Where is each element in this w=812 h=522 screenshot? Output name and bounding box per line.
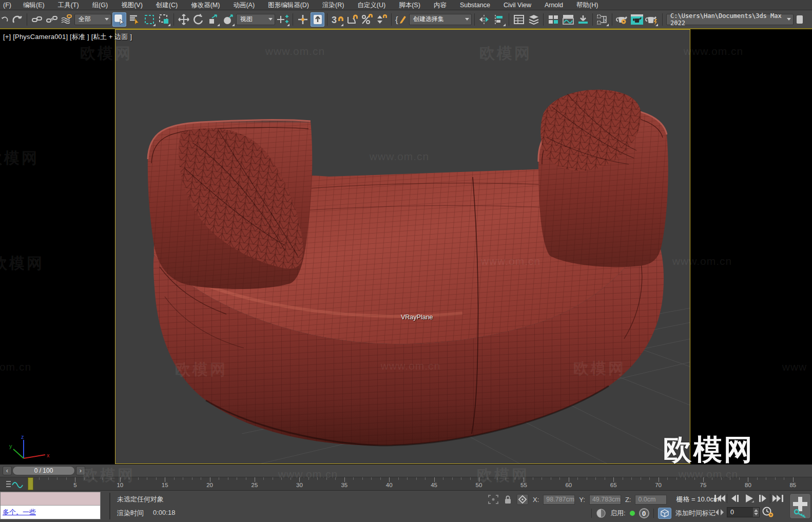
curve-editor-button[interactable]: [561, 12, 575, 27]
menu-item-2[interactable]: 工具(T): [51, 0, 86, 10]
select-and-place-button[interactable]: [221, 12, 235, 27]
previous-frame-arrow-button[interactable]: ‹: [3, 466, 12, 475]
previous-frame-button[interactable]: [728, 493, 742, 504]
current-frame-field[interactable]: 0: [727, 507, 760, 517]
reference-coordinate-dropdown[interactable]: 视图: [236, 14, 275, 25]
play-button[interactable]: [742, 493, 756, 504]
render-production-button[interactable]: [645, 12, 659, 27]
menu-item-5[interactable]: 创建(C): [149, 0, 184, 10]
select-object-button[interactable]: [112, 12, 126, 27]
y-coordinate-field[interactable]: 49.783cm: [589, 495, 621, 505]
percent-snap-toggle-button[interactable]: [360, 12, 374, 27]
maxscript-mini-listener[interactable]: 多个。一些: [0, 492, 101, 519]
timeline-ruler[interactable]: 0510152025303540455055606570758085: [0, 477, 812, 490]
mirror-button[interactable]: [477, 12, 491, 27]
keyboard-shortcut-override-toggle[interactable]: [311, 12, 324, 27]
menu-item-11[interactable]: 脚本(S): [392, 0, 427, 10]
rectangular-selection-region-button[interactable]: [142, 12, 156, 27]
time-configuration-button[interactable]: [762, 507, 774, 518]
project-folder-dropdown[interactable]: C:\Users\Han\Documents\3ds Max 2022: [666, 14, 794, 25]
ruler-tick: [317, 477, 318, 480]
ruler-tick: [398, 477, 399, 480]
select-by-name-button[interactable]: [127, 12, 141, 27]
toggle-scene-explorer-button[interactable]: [512, 12, 526, 27]
select-and-rotate-button[interactable]: [191, 12, 205, 27]
ruler-tick: [694, 477, 695, 480]
ruler-label-5: 5: [73, 482, 76, 488]
viewport-label[interactable]: [+] [PhysCamera001] [标准 ] [粘土 + 边面 ]: [3, 32, 132, 42]
current-frame-value: 0: [730, 509, 734, 516]
listener-output-pane[interactable]: 多个。一些: [1, 506, 100, 519]
ruler-tick: [757, 477, 758, 480]
select-and-manipulate-button[interactable]: [296, 12, 310, 27]
listener-macro-pane[interactable]: [1, 492, 100, 506]
current-frame-marker[interactable]: [28, 477, 33, 490]
next-frame-arrow-button[interactable]: ›: [76, 466, 85, 475]
spinner-up-icon[interactable]: [754, 509, 758, 512]
select-and-link-icon[interactable]: [30, 12, 44, 27]
ruler-tick: [739, 477, 740, 480]
clipped-edge-button[interactable]: [795, 12, 804, 27]
menu-item-4[interactable]: 视图(V): [114, 0, 149, 10]
selection-lock-icon[interactable]: [503, 494, 512, 505]
toggle-layer-explorer-button[interactable]: [527, 12, 540, 27]
selection-filter-dropdown[interactable]: 全部: [74, 14, 111, 25]
z-coordinate-field[interactable]: 0.0cm: [635, 495, 667, 505]
menu-item-6[interactable]: 修改器(M): [184, 0, 226, 10]
ruler-tick: [371, 477, 372, 480]
toggle-ribbon-button[interactable]: [546, 12, 560, 27]
menu-item-14[interactable]: Civil View: [497, 0, 538, 10]
menu-item-0[interactable]: (F): [2, 0, 16, 10]
viewport[interactable]: VRayPlane [+] [PhysCamera001] [标准 ] [粘土 …: [0, 29, 812, 465]
time-slider-grip[interactable]: 0 / 100: [12, 466, 75, 475]
ruler-label-55: 55: [520, 482, 527, 488]
menu-item-15[interactable]: Arnold: [538, 0, 570, 10]
x-coordinate-field[interactable]: 98.787cm: [543, 495, 575, 505]
key-mode-toggle[interactable]: [714, 509, 725, 516]
absolute-mode-icon[interactable]: [516, 494, 529, 505]
camera-view-frame[interactable]: VRayPlane: [115, 29, 690, 464]
menu-item-1[interactable]: 编辑(E): [16, 0, 51, 10]
dope-sheet-button[interactable]: [576, 12, 590, 27]
redo-icon[interactable]: [10, 12, 24, 27]
menu-item-12[interactable]: 内容: [427, 0, 453, 10]
select-and-scale-button[interactable]: [206, 12, 220, 27]
window-crossing-toggle-button[interactable]: [157, 12, 171, 27]
undo-icon[interactable]: [1, 12, 9, 27]
spinner-snap-toggle-button[interactable]: [375, 12, 389, 27]
menu-item-16[interactable]: 帮助(H): [570, 0, 605, 10]
bind-to-spacewarp-icon[interactable]: [60, 12, 73, 27]
use-pivot-center-button[interactable]: [276, 12, 290, 27]
isolate-selection-button[interactable]: [658, 508, 671, 519]
menu-item-10[interactable]: 自定义(U): [351, 0, 392, 10]
selection-region-icon[interactable]: [488, 494, 499, 505]
render-setup-button[interactable]: [615, 12, 629, 27]
go-to-end-button[interactable]: [771, 493, 785, 504]
snaps-toggle-button[interactable]: 3: [330, 12, 344, 27]
track-bar[interactable]: 0510152025303540455055606570758085: [0, 477, 812, 491]
align-button[interactable]: [492, 12, 506, 27]
project-folder-path: C:\Users\Han\Documents\3ds Max 2022: [670, 12, 784, 27]
menu-item-13[interactable]: Substance: [453, 0, 497, 10]
schematic-view-button[interactable]: x: [595, 12, 609, 27]
frame-spinner[interactable]: [753, 508, 759, 517]
add-time-tag[interactable]: 添加时间标记: [675, 509, 716, 518]
next-frame-button[interactable]: [756, 493, 769, 504]
adaptive-degradation-icon[interactable]: [596, 508, 606, 518]
ruler-tick: [775, 477, 776, 480]
angle-snap-toggle-button[interactable]: [345, 12, 359, 27]
degradation-count-badge[interactable]: 0: [639, 508, 649, 518]
select-and-move-button[interactable]: [177, 12, 190, 27]
spinner-down-icon[interactable]: [754, 513, 758, 515]
menu-item-8[interactable]: 图形编辑器(D): [261, 0, 316, 10]
rendered-frame-window-button[interactable]: [630, 12, 644, 27]
go-to-start-button[interactable]: [712, 493, 726, 504]
menu-item-9[interactable]: 渲染(R): [316, 0, 351, 10]
named-selection-sets-dropdown[interactable]: 创建选择集: [409, 14, 472, 25]
menu-item-3[interactable]: 组(G): [86, 0, 115, 10]
menu-item-7[interactable]: 动画(A): [226, 0, 261, 10]
unlink-selection-icon[interactable]: [45, 12, 59, 27]
ruler-tick: [201, 477, 201, 480]
set-key-button[interactable]: [789, 493, 811, 519]
edit-named-selection-sets-button[interactable]: {: [394, 12, 408, 27]
